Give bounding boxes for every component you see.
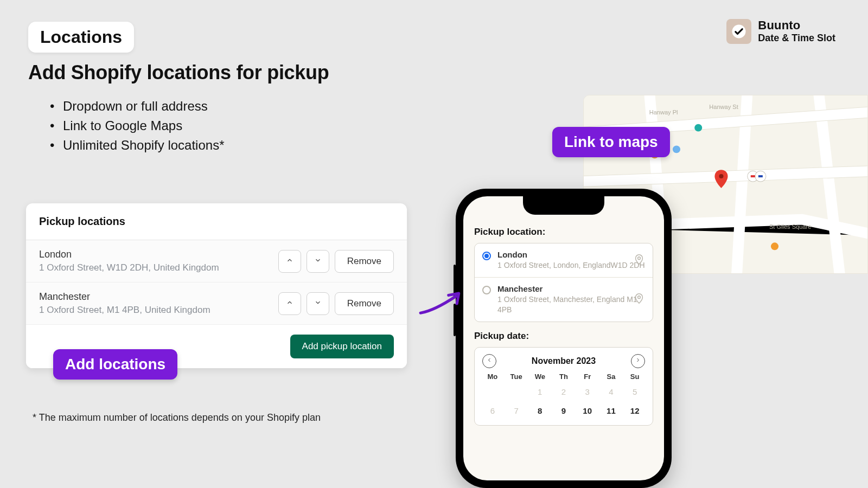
move-up-button[interactable]	[278, 292, 301, 315]
chevron-up-icon	[286, 299, 293, 308]
svg-rect-9	[751, 175, 755, 177]
calendar-day[interactable]: 5	[624, 384, 645, 400]
chevron-down-icon	[314, 256, 322, 266]
pickup-option-address: 1 Oxford Street, London, EnglandW1D 2DH	[497, 260, 645, 271]
calendar-day	[506, 384, 527, 400]
brand-subtitle: Date & Time Slot	[758, 33, 835, 44]
svg-point-6	[694, 124, 702, 132]
pickup-date-label: Pickup date:	[474, 331, 653, 342]
svg-rect-10	[758, 175, 763, 177]
svg-point-5	[771, 242, 778, 250]
footnote: * The maximum number of locations depend…	[33, 412, 321, 423]
pickup-location-label: Pickup location:	[474, 227, 653, 237]
radio-selected-icon	[482, 252, 491, 260]
heading-block: Locations Add Shopify locations for pick…	[28, 22, 329, 84]
arrow-right-icon	[635, 357, 641, 365]
feature-bullet: Unlimited Shopify locations*	[50, 136, 224, 155]
feature-bullet: Dropdown or full address	[50, 97, 224, 116]
calendar-day[interactable]: 1	[529, 384, 550, 400]
calendar-day[interactable]: 7	[506, 403, 527, 419]
brand-lockup: Buunto Date & Time Slot	[726, 18, 835, 44]
calendar-dow: Th	[553, 373, 574, 381]
svg-text:Hanway St: Hanway St	[709, 104, 738, 110]
brand-name: Buunto	[758, 18, 835, 33]
annotation-link-to-maps: Link to maps	[552, 127, 670, 157]
phone-mockup: Pickup location: London 1 Oxford Street,…	[456, 189, 672, 488]
calendar-day[interactable]: 6	[482, 403, 503, 419]
move-down-button[interactable]	[307, 250, 329, 273]
calendar-dow: Fr	[577, 373, 598, 381]
pickup-location-card: London 1 Oxford Street, London, EnglandW…	[474, 243, 653, 322]
map-pin-icon[interactable]	[633, 292, 645, 306]
calendar-day[interactable]: 10	[577, 403, 598, 419]
remove-button[interactable]: Remove	[335, 250, 394, 273]
move-up-button[interactable]	[278, 250, 301, 273]
calendar-day[interactable]: 9	[553, 403, 574, 419]
date-picker: November 2023 MoTueWeThFrSaSu12345678910…	[474, 347, 653, 426]
page-title: Add Shopify locations for pickup	[28, 61, 329, 84]
chevron-up-icon	[286, 256, 293, 266]
annotation-add-locations: Add locations	[53, 349, 177, 380]
calendar-day[interactable]: 4	[601, 384, 622, 400]
move-down-button[interactable]	[307, 292, 329, 315]
calendar-grid: MoTueWeThFrSaSu123456789101112	[482, 373, 645, 419]
calendar-dow: Sa	[601, 373, 622, 381]
calendar-month: November 2023	[532, 356, 596, 366]
arrow-left-icon	[486, 357, 493, 365]
location-address: 1 Oxford Street, W1D 2DH, United Kingdom	[39, 262, 219, 273]
pickup-location-option[interactable]: Manchester 1 Oxford Street, Manchester, …	[475, 277, 653, 322]
phone-screen: Pickup location: London 1 Oxford Street,…	[463, 196, 664, 480]
calendar-day[interactable]: 3	[577, 384, 598, 400]
calendar-dow: Tue	[506, 373, 527, 381]
calendar-dow: Mo	[482, 373, 503, 381]
radio-unselected-icon	[482, 286, 491, 294]
location-name: Manchester	[39, 291, 210, 303]
chevron-down-icon	[314, 299, 322, 308]
svg-point-3	[673, 145, 680, 153]
prev-month-button[interactable]	[482, 354, 496, 368]
svg-text:St Giles Square: St Giles Square	[769, 224, 811, 230]
arrow-icon	[418, 287, 464, 320]
location-address: 1 Oxford Street, M1 4PB, United Kingdom	[39, 305, 210, 316]
location-row: Manchester 1 Oxford Street, M1 4PB, Unit…	[26, 282, 407, 325]
brand-logo-icon	[726, 19, 751, 44]
pickup-locations-card: Pickup locations London 1 Oxford Street,…	[26, 203, 407, 368]
remove-button[interactable]: Remove	[335, 292, 394, 315]
location-row: London 1 Oxford Street, W1D 2DH, United …	[26, 240, 407, 282]
svg-point-2	[719, 174, 723, 178]
pickup-option-address: 1 Oxford Street, Manchester, England M1 …	[497, 294, 645, 315]
card-title: Pickup locations	[26, 203, 407, 240]
phone-notch	[523, 196, 604, 215]
calendar-day[interactable]: 11	[601, 403, 622, 419]
svg-point-15	[638, 257, 641, 260]
heading-pill: Locations	[28, 22, 134, 53]
svg-point-16	[638, 296, 641, 299]
feature-bullet: Link to Google Maps	[50, 116, 224, 136]
next-month-button[interactable]	[631, 354, 645, 368]
calendar-dow: We	[529, 373, 550, 381]
pickup-option-name: Manchester	[497, 284, 645, 293]
calendar-day[interactable]: 2	[553, 384, 574, 400]
feature-bullets: Dropdown or full address Link to Google …	[50, 97, 224, 155]
calendar-day	[482, 384, 503, 400]
svg-text:Hanway Pl: Hanway Pl	[649, 109, 678, 115]
add-pickup-location-button[interactable]: Add pickup location	[290, 335, 394, 358]
calendar-dow: Su	[624, 373, 645, 381]
calendar-day[interactable]: 12	[624, 403, 645, 419]
location-name: London	[39, 249, 219, 260]
map-pin-icon[interactable]	[633, 253, 645, 267]
pickup-option-name: London	[497, 250, 645, 259]
calendar-day[interactable]: 8	[529, 403, 550, 419]
pickup-location-option[interactable]: London 1 Oxford Street, London, EnglandW…	[475, 243, 653, 277]
